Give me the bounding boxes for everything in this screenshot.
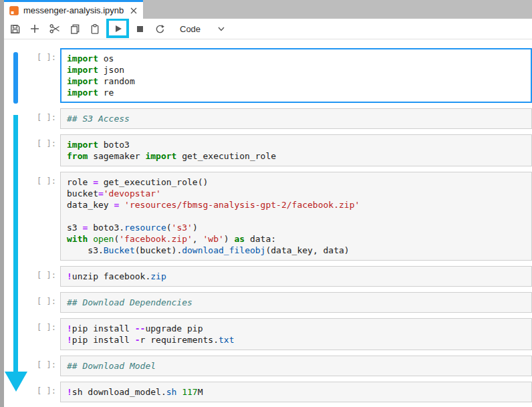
cell-prompt: [ ]: [4,48,60,103]
notebook-icon [9,6,19,15]
notebook-cell[interactable]: [ ]:## S3 Access [4,108,532,129]
window-left-edge [0,0,4,407]
close-icon[interactable] [130,7,138,15]
cell-prompt: [ ]: [4,318,60,350]
save-button[interactable] [9,23,21,35]
chevron-down-icon [217,24,226,33]
cell-editor[interactable]: !sh download_model.sh 117M [60,382,532,402]
cell-list: [ ]:import osimport jsonimport randomimp… [4,48,532,402]
cell-editor[interactable]: role = get_execution_role()bucket='devop… [60,172,532,261]
run-icon [113,23,124,34]
add-cell-button[interactable] [29,23,41,35]
cell-prompt: [ ]: [4,172,60,261]
notebook-cell[interactable]: [ ]:import osimport jsonimport randomimp… [4,48,532,103]
cell-editor[interactable]: import boto3from sagemaker import get_ex… [60,134,532,166]
notebook-cell[interactable]: [ ]:!sh download_model.sh 117M [4,382,532,402]
selected-cell-indicator-bar[interactable] [13,52,18,104]
notebook-area: [ ]:import osimport jsonimport randomimp… [4,39,532,407]
jupyterlab-window: messenger-analysis.ipynb [0,0,532,407]
cell-prompt: [ ]: [4,134,60,166]
cell-editor[interactable]: ## Download Dependencies [60,292,532,313]
restart-icon [154,23,166,35]
notebook-cell[interactable]: [ ]:!pip install --upgrade pip!pip insta… [4,318,532,350]
cell-prompt: [ ]: [4,292,60,313]
run-cell-button[interactable] [112,23,124,35]
cell-editor[interactable]: !unzip facebook.zip [60,266,532,287]
save-icon [9,23,21,35]
cell-editor[interactable]: ## Download Model [60,356,532,376]
restart-kernel-button[interactable] [154,23,166,35]
notebook-cell[interactable]: [ ]:!unzip facebook.zip [4,266,532,287]
cell-type-label: Code [180,24,201,34]
notebook-cell[interactable]: [ ]:## Download Dependencies [4,292,532,313]
annotation-down-arrow-shaft [13,115,18,372]
notebook-cell[interactable]: [ ]:role = get_execution_role()bucket='d… [4,172,532,261]
cell-editor[interactable]: !pip install --upgrade pip!pip install -… [60,318,532,350]
document-tab[interactable]: messenger-analysis.ipynb [4,0,143,19]
notebook-cell[interactable]: [ ]:import boto3from sagemaker import ge… [4,134,532,166]
cut-icon [49,23,61,35]
cell-prompt: [ ]: [4,108,60,129]
tab-title: messenger-analysis.ipynb [23,5,124,15]
notebook-cell[interactable]: [ ]:## Download Model [4,356,532,376]
paste-cells-button[interactable] [89,23,101,35]
copy-cells-button[interactable] [69,23,81,35]
notebook-toolbar: Code [0,19,532,39]
stop-icon [135,24,145,34]
cell-prompt: [ ]: [4,266,60,287]
cell-type-dropdown[interactable]: Code [180,24,226,34]
copy-icon [70,23,81,35]
cell-editor-selected[interactable]: import osimport jsonimport randomimport … [60,48,532,103]
paste-icon [90,23,100,35]
cut-cells-button[interactable] [49,23,61,35]
add-cell-icon [29,23,40,34]
annotation-down-arrow-head [5,372,27,392]
cell-editor[interactable]: ## S3 Access [60,108,532,129]
stop-kernel-button[interactable] [134,23,146,35]
